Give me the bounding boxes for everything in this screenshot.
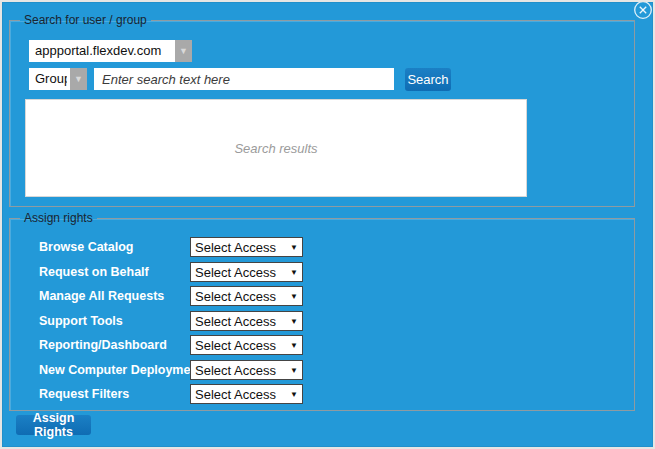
search-scope-dropdown[interactable]: Group ▼ [29,68,87,90]
select-access-value: Select Access [191,338,276,353]
chevron-down-icon: ▼ [179,47,188,56]
rights-row: Support ToolsSelect Access▼ [2,311,655,331]
select-access-dropdown[interactable]: Select Access▼ [190,335,303,355]
right-label: Request on Behalf [39,262,149,282]
select-access-value: Select Access [191,265,276,280]
right-label: Manage All Requests [39,286,164,306]
select-access-dropdown[interactable]: Select Access▼ [190,237,303,257]
chevron-down-icon: ▼ [290,243,302,252]
select-access-dropdown[interactable]: Select Access▼ [190,360,303,380]
right-label: Browse Catalog [39,237,133,257]
close-icon[interactable] [633,0,653,20]
search-results-panel: Search results [25,99,527,197]
select-access-dropdown[interactable]: Select Access▼ [190,311,303,331]
domain-dropdown-arrow-button[interactable]: ▼ [174,40,192,62]
select-access-dropdown[interactable]: Select Access▼ [190,262,303,282]
chevron-down-icon: ▼ [290,292,302,301]
right-label: Reporting/Dashboard [39,335,167,355]
assign-rights-dialog: Search for user / group appportal.flexde… [0,0,655,449]
right-label: Support Tools [39,311,123,331]
rights-row: Reporting/DashboardSelect Access▼ [2,335,655,355]
chevron-down-icon: ▼ [290,366,302,375]
search-scope-arrow-button[interactable]: ▼ [69,68,87,90]
domain-dropdown[interactable]: appportal.flexdev.com ▼ [29,40,192,62]
domain-dropdown-value: appportal.flexdev.com [35,40,172,62]
right-label: Request Filters [39,384,129,404]
select-access-dropdown[interactable]: Select Access▼ [190,286,303,306]
assign-rights-button[interactable]: Assign Rights [16,415,91,435]
search-results-placeholder: Search results [234,141,317,156]
assign-rights-groupbox-title: Assign rights [20,211,97,225]
chevron-down-icon: ▼ [290,317,302,326]
select-access-value: Select Access [191,387,276,402]
rights-row: Request on BehalfSelect Access▼ [2,262,655,282]
select-access-value: Select Access [191,363,276,378]
chevron-down-icon: ▼ [290,268,302,277]
select-access-value: Select Access [191,240,276,255]
rights-row: Manage All RequestsSelect Access▼ [2,286,655,306]
search-input[interactable] [94,68,394,90]
select-access-value: Select Access [191,314,276,329]
chevron-down-icon: ▼ [290,341,302,350]
rights-row: Browse CatalogSelect Access▼ [2,237,655,257]
search-groupbox-title: Search for user / group [20,13,151,27]
search-scope-value: Group [35,68,67,90]
rights-row: New Computer DeploymentSelect Access▼ [2,360,655,380]
select-access-value: Select Access [191,289,276,304]
right-label: New Computer Deployment [39,360,202,380]
search-button[interactable]: Search [405,68,451,91]
select-access-dropdown[interactable]: Select Access▼ [190,384,303,404]
chevron-down-icon: ▼ [74,75,83,84]
chevron-down-icon: ▼ [290,390,302,399]
rights-row: Request FiltersSelect Access▼ [2,384,655,404]
